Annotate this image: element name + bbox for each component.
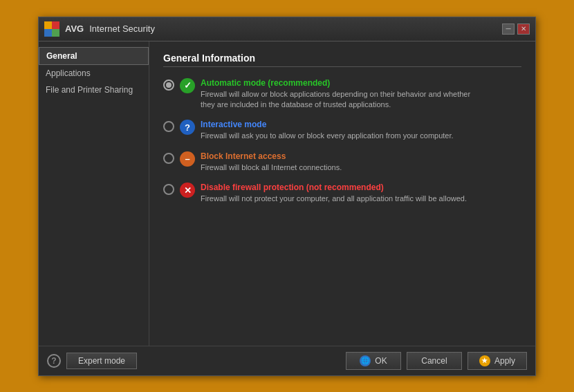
sidebar-item-applications[interactable]: Applications: [39, 65, 149, 82]
desc-disable: Firewall will not protect your computer,…: [201, 194, 467, 204]
label-disable: Disable firewall protection (not recomme…: [201, 183, 467, 192]
apply-icon: ★: [479, 355, 490, 366]
avg-logo: [44, 21, 59, 37]
radio-interactive[interactable]: [163, 121, 174, 132]
label-block: Block Internet access: [201, 151, 342, 161]
minimize-button[interactable]: ─: [502, 24, 515, 35]
sidebar-item-general[interactable]: General: [39, 47, 149, 65]
icon-automatic: ✓: [180, 78, 195, 93]
sidebar-item-file-printer-sharing[interactable]: File and Printer Sharing: [39, 82, 149, 98]
desc-block: Firewall will block all Internet connect…: [201, 162, 342, 173]
option-automatic: ✓ Automatic mode (recommended) Firewall …: [163, 78, 521, 111]
title-bar: AVG Internet Security ─ ✕: [39, 17, 535, 41]
option-disable: ✕ Disable firewall protection (not recom…: [163, 183, 521, 204]
cancel-button[interactable]: Cancel: [407, 352, 462, 370]
ok-button[interactable]: 🌐 OK: [346, 352, 401, 370]
option-block: – Block Internet access Firewall will bl…: [163, 151, 521, 173]
expert-mode-button[interactable]: Expert mode: [66, 353, 137, 369]
section-title: General Information: [163, 53, 521, 67]
label-interactive: Interactive mode: [201, 120, 454, 129]
label-automatic: Automatic mode (recommended): [201, 78, 470, 88]
radio-automatic[interactable]: [163, 80, 174, 91]
main-panel: General Information ✓ Automatic mode (re…: [149, 41, 535, 346]
radio-disable[interactable]: [163, 184, 174, 195]
app-title: Internet Security: [89, 24, 155, 34]
close-button[interactable]: ✕: [517, 24, 530, 35]
title-controls: ─ ✕: [502, 24, 530, 35]
apply-button[interactable]: ★ Apply: [467, 352, 527, 370]
icon-disable: ✕: [180, 183, 195, 198]
help-icon[interactable]: ?: [47, 354, 61, 368]
desc-interactive: Firewall will ask you to allow or block …: [201, 131, 454, 141]
desc-automatic: Firewall will allow or block application…: [201, 89, 470, 111]
sidebar: General Applications File and Printer Sh…: [39, 41, 149, 346]
option-interactive: ? Interactive mode Firewall will ask you…: [163, 120, 521, 141]
main-window: AVG Internet Security ─ ✕ General Applic…: [38, 17, 536, 376]
content-area: General Applications File and Printer Sh…: [39, 41, 535, 346]
footer: ? Expert mode 🌐 OK Cancel ★ Apply: [39, 346, 535, 375]
footer-right: 🌐 OK Cancel ★ Apply: [346, 352, 527, 370]
radio-block[interactable]: [163, 153, 174, 164]
ok-icon: 🌐: [360, 355, 371, 366]
app-brand: AVG: [65, 24, 84, 34]
title-bar-left: AVG Internet Security: [44, 21, 155, 37]
icon-block: –: [180, 151, 195, 167]
footer-left: ? Expert mode: [47, 353, 137, 369]
icon-interactive: ?: [180, 120, 195, 135]
